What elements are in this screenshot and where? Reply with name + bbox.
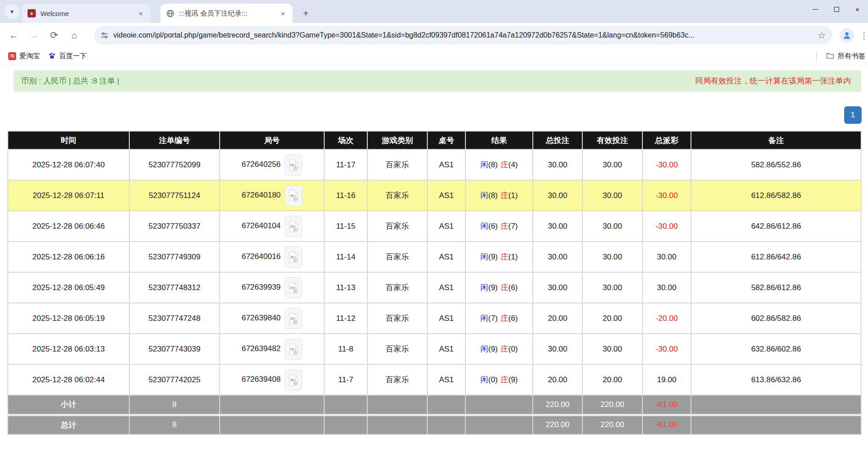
bookmark-label: 爱淘宝 [19, 52, 40, 60]
bet-table-body: 2025-12-28 06:07:40 523077752099 6726402… [8, 149, 861, 395]
subtotal-row: 小计 8 220.00 220.00 -61.00 [8, 395, 861, 415]
close-window-button[interactable]: × [847, 0, 868, 18]
new-tab-button[interactable]: + [299, 6, 313, 20]
bet-id: 523077748312 [129, 272, 220, 303]
maximize-icon [834, 7, 839, 12]
all-bookmarks-button[interactable]: 所有书签 [826, 52, 865, 60]
round-cell: 672639408 [220, 364, 324, 395]
total-bet: 30.00 [533, 149, 582, 180]
total-bet: 30.00 [533, 180, 582, 211]
game-type: 百家乐 [367, 364, 427, 395]
result-cell: 闲(8)庄(4) [465, 149, 533, 180]
payout: -30.00 [642, 149, 691, 180]
bet-id: 523077751124 [129, 180, 220, 211]
payout: -30.00 [642, 334, 691, 364]
header-game-type: 游戏类别 [367, 131, 427, 149]
session: 11-7 [324, 364, 367, 395]
video-replay-button[interactable] [285, 308, 302, 329]
site-settings-icon[interactable] [100, 31, 109, 39]
bet-time: 2025-12-28 06:03:13 [8, 334, 129, 364]
game-type: 百家乐 [367, 180, 427, 211]
maximize-button[interactable] [826, 0, 847, 18]
header-session: 场次 [324, 131, 367, 149]
minimize-button[interactable] [805, 0, 826, 18]
session: 11-8 [324, 334, 367, 364]
table-number: AS1 [427, 272, 465, 303]
result-cell: 闲(6)庄(7) [465, 211, 533, 242]
total-count: 8 [129, 415, 220, 434]
tab-search-button[interactable]: ▾ [5, 4, 19, 19]
close-icon[interactable]: × [137, 9, 145, 17]
video-replay-button[interactable] [285, 369, 302, 390]
bookmark-star-icon[interactable]: ☆ [818, 30, 826, 41]
valid-bet: 30.00 [582, 242, 642, 272]
tab-title: :::视讯 会员下注纪录::: [179, 9, 274, 18]
player-points: (9) [488, 253, 498, 261]
table-number: AS1 [427, 149, 465, 180]
url-bar[interactable]: videoie.com/ipl/portal.php/game/betrecor… [94, 26, 832, 44]
remark: 602.86/582.86 [691, 303, 861, 334]
pagination-page-1-button[interactable]: 1 [844, 106, 862, 124]
player-result: 闲 [481, 222, 488, 231]
player-result: 闲 [481, 253, 488, 261]
player-result: 闲 [481, 283, 488, 292]
total-label: 总计 [8, 415, 129, 434]
reload-icon[interactable]: ⟳ [48, 29, 61, 42]
video-replay-button[interactable] [285, 339, 302, 360]
profile-avatar[interactable] [840, 28, 854, 43]
valid-bet: 30.00 [582, 180, 642, 211]
bookmark-baidu[interactable]: 百度一下 [48, 52, 87, 61]
video-replay-button[interactable] [285, 154, 302, 176]
back-icon[interactable]: ← [7, 29, 20, 42]
table-row: 2025-12-28 06:06:46 523077750337 6726401… [8, 211, 861, 242]
tab-welcome[interactable]: ♠ Welcome × [22, 4, 150, 23]
close-icon[interactable]: × [279, 9, 287, 17]
round-number: 672639408 [242, 375, 281, 384]
round-cell: 672639840 [220, 303, 324, 334]
payout: 19.00 [642, 364, 691, 395]
result-cell: 闲(9)庄(6) [465, 272, 533, 303]
banker-result: 庄 [501, 222, 509, 231]
player-result: 闲 [481, 191, 488, 200]
subtotal-label: 小计 [8, 395, 129, 415]
forward-icon[interactable]: → [28, 29, 40, 42]
banker-result: 庄 [501, 375, 509, 384]
remark: 582.86/552.86 [691, 149, 861, 180]
table-number: AS1 [427, 334, 465, 364]
table-row: 2025-12-28 06:07:11 523077751124 6726401… [8, 180, 861, 211]
banker-points: (4) [509, 160, 518, 169]
header-remark: 备注 [691, 131, 861, 149]
total-bet: 20.00 [533, 303, 582, 334]
bookmark-taobao[interactable]: 淘 爱淘宝 [8, 52, 40, 60]
banker-points: (0) [509, 345, 518, 353]
banker-points: (1) [509, 191, 518, 200]
video-replay-button[interactable] [285, 216, 302, 237]
tab-betrecord[interactable]: :::视讯 会员下注纪录::: × [160, 4, 293, 23]
taobao-icon: 淘 [8, 52, 16, 60]
player-result: 闲 [481, 314, 488, 323]
bet-id: 523077749309 [129, 242, 220, 272]
home-icon[interactable]: ⌂ [68, 29, 81, 42]
player-result: 闲 [481, 345, 488, 353]
video-replay-button[interactable] [285, 247, 302, 268]
banker-result: 庄 [501, 253, 509, 261]
remark: 612.86/642.86 [691, 242, 861, 272]
player-points: (9) [488, 283, 498, 292]
minimize-icon [813, 9, 818, 10]
menu-kebab-icon[interactable]: ⋮ [860, 30, 867, 41]
session: 11-12 [324, 303, 367, 334]
video-replay-button[interactable] [285, 277, 302, 298]
tab-title: Welcome [40, 10, 132, 17]
round-cell: 672640256 [220, 149, 324, 180]
header-result: 结果 [465, 131, 533, 149]
table-number: AS1 [427, 180, 465, 211]
banker-points: (7) [509, 222, 518, 231]
result-cell: 闲(0)庄(9) [465, 364, 533, 395]
banker-result: 庄 [501, 283, 509, 292]
video-replay-button[interactable] [285, 185, 302, 206]
result-cell: 闲(7)庄(6) [465, 303, 533, 334]
game-type: 百家乐 [367, 149, 427, 180]
valid-bet: 30.00 [582, 272, 642, 303]
valid-bet: 30.00 [582, 211, 642, 242]
payout: -30.00 [642, 211, 691, 242]
